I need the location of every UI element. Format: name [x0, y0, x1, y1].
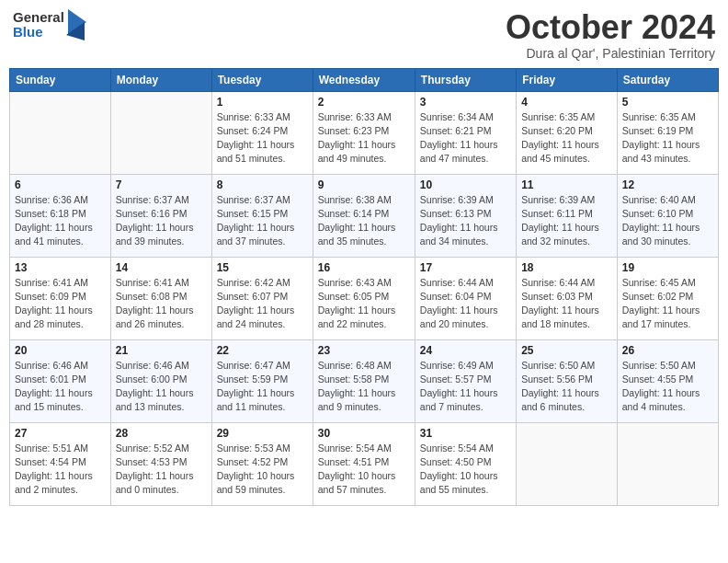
day-info: Sunrise: 6:44 AM Sunset: 6:03 PM Dayligh… — [521, 276, 612, 332]
day-info: Sunrise: 6:33 AM Sunset: 6:23 PM Dayligh… — [318, 110, 410, 167]
calendar-day-cell: 2Sunrise: 6:33 AM Sunset: 6:23 PM Daylig… — [313, 91, 415, 174]
day-info: Sunrise: 6:34 AM Sunset: 6:21 PM Dayligh… — [420, 110, 511, 167]
weekday-header-tuesday: Tuesday — [211, 68, 313, 91]
calendar-day-cell: 24Sunrise: 6:49 AM Sunset: 5:57 PM Dayli… — [415, 339, 516, 422]
day-info: Sunrise: 6:47 AM Sunset: 5:59 PM Dayligh… — [217, 359, 308, 415]
calendar-day-cell: 30Sunrise: 5:54 AM Sunset: 4:51 PM Dayli… — [313, 422, 415, 505]
calendar-day-cell: 6Sunrise: 6:36 AM Sunset: 6:18 PM Daylig… — [10, 174, 111, 257]
page-header: General Blue October 2024 Dura al Qar', … — [9, 9, 719, 61]
day-number: 23 — [318, 344, 410, 357]
day-info: Sunrise: 6:40 AM Sunset: 6:10 PM Dayligh… — [622, 193, 713, 249]
day-number: 19 — [622, 261, 713, 274]
day-info: Sunrise: 6:37 AM Sunset: 6:16 PM Dayligh… — [116, 193, 207, 249]
calendar-day-cell: 12Sunrise: 6:40 AM Sunset: 6:10 PM Dayli… — [617, 174, 718, 257]
logo-icon — [66, 9, 86, 40]
calendar-day-cell: 11Sunrise: 6:39 AM Sunset: 6:11 PM Dayli… — [517, 174, 618, 257]
day-number: 26 — [622, 344, 713, 357]
calendar-day-cell: 3Sunrise: 6:34 AM Sunset: 6:21 PM Daylig… — [415, 91, 516, 174]
weekday-header-monday: Monday — [110, 68, 211, 91]
calendar-day-cell: 4Sunrise: 6:35 AM Sunset: 6:20 PM Daylig… — [517, 91, 618, 174]
calendar-day-cell: 31Sunrise: 5:54 AM Sunset: 4:50 PM Dayli… — [415, 422, 516, 505]
weekday-header-saturday: Saturday — [617, 68, 718, 91]
day-number: 13 — [15, 261, 106, 274]
day-number: 18 — [521, 261, 612, 274]
calendar-week-row: 1Sunrise: 6:33 AM Sunset: 6:24 PM Daylig… — [10, 91, 719, 174]
day-info: Sunrise: 6:41 AM Sunset: 6:08 PM Dayligh… — [116, 276, 207, 332]
location-title: Dura al Qar', Palestinian Territory — [506, 46, 715, 61]
weekday-header-row: SundayMondayTuesdayWednesdayThursdayFrid… — [10, 68, 719, 91]
calendar-day-cell: 13Sunrise: 6:41 AM Sunset: 6:09 PM Dayli… — [10, 257, 111, 339]
day-number: 30 — [318, 427, 410, 440]
day-number: 22 — [217, 344, 308, 357]
day-number: 24 — [420, 344, 511, 357]
day-number: 17 — [420, 261, 511, 274]
day-info: Sunrise: 6:46 AM Sunset: 6:00 PM Dayligh… — [116, 359, 207, 415]
calendar-day-cell: 16Sunrise: 6:43 AM Sunset: 6:05 PM Dayli… — [313, 257, 415, 339]
day-info: Sunrise: 6:35 AM Sunset: 6:19 PM Dayligh… — [622, 110, 713, 167]
calendar-week-row: 6Sunrise: 6:36 AM Sunset: 6:18 PM Daylig… — [10, 174, 719, 257]
calendar-day-cell: 25Sunrise: 6:50 AM Sunset: 5:56 PM Dayli… — [517, 339, 618, 422]
title-block: October 2024 Dura al Qar', Palestinian T… — [506, 9, 715, 61]
logo: General Blue — [13, 9, 86, 40]
day-info: Sunrise: 6:33 AM Sunset: 6:24 PM Dayligh… — [217, 110, 308, 167]
day-info: Sunrise: 6:50 AM Sunset: 5:56 PM Dayligh… — [521, 359, 612, 415]
day-number: 16 — [318, 261, 410, 274]
calendar-day-cell: 1Sunrise: 6:33 AM Sunset: 6:24 PM Daylig… — [211, 91, 313, 174]
day-number: 31 — [420, 427, 511, 440]
day-info: Sunrise: 6:42 AM Sunset: 6:07 PM Dayligh… — [217, 276, 308, 332]
calendar-day-cell: 28Sunrise: 5:52 AM Sunset: 4:53 PM Dayli… — [110, 422, 211, 505]
logo-general: General — [13, 10, 64, 26]
calendar-day-cell: 26Sunrise: 5:50 AM Sunset: 4:55 PM Dayli… — [617, 339, 718, 422]
calendar-day-cell: 10Sunrise: 6:39 AM Sunset: 6:13 PM Dayli… — [415, 174, 516, 257]
weekday-header-thursday: Thursday — [415, 68, 516, 91]
day-info: Sunrise: 5:52 AM Sunset: 4:53 PM Dayligh… — [116, 442, 207, 498]
day-number: 28 — [116, 427, 207, 440]
day-number: 21 — [116, 344, 207, 357]
day-info: Sunrise: 6:41 AM Sunset: 6:09 PM Dayligh… — [15, 276, 106, 332]
calendar-day-cell: 15Sunrise: 6:42 AM Sunset: 6:07 PM Dayli… — [211, 257, 313, 339]
calendar-table: SundayMondayTuesdayWednesdayThursdayFrid… — [9, 68, 719, 506]
day-info: Sunrise: 6:39 AM Sunset: 6:11 PM Dayligh… — [521, 193, 612, 249]
calendar-day-cell: 18Sunrise: 6:44 AM Sunset: 6:03 PM Dayli… — [517, 257, 618, 339]
logo-blue: Blue — [13, 25, 64, 40]
month-title: October 2024 — [506, 9, 715, 46]
day-info: Sunrise: 5:50 AM Sunset: 4:55 PM Dayligh… — [622, 359, 713, 415]
weekday-header-sunday: Sunday — [10, 68, 111, 91]
day-info: Sunrise: 5:54 AM Sunset: 4:51 PM Dayligh… — [318, 442, 410, 498]
day-number: 10 — [420, 178, 511, 191]
calendar-day-cell — [517, 422, 618, 505]
calendar-day-cell — [10, 91, 111, 174]
calendar-day-cell: 8Sunrise: 6:37 AM Sunset: 6:15 PM Daylig… — [211, 174, 313, 257]
day-info: Sunrise: 6:35 AM Sunset: 6:20 PM Dayligh… — [521, 110, 612, 167]
calendar-day-cell: 22Sunrise: 6:47 AM Sunset: 5:59 PM Dayli… — [211, 339, 313, 422]
calendar-day-cell — [617, 422, 718, 505]
calendar-day-cell: 5Sunrise: 6:35 AM Sunset: 6:19 PM Daylig… — [617, 91, 718, 174]
day-number: 6 — [15, 178, 106, 191]
day-number: 11 — [521, 178, 612, 191]
day-number: 2 — [318, 96, 410, 109]
day-number: 4 — [521, 96, 612, 109]
calendar-day-cell — [110, 91, 211, 174]
day-number: 14 — [116, 261, 207, 274]
day-number: 1 — [217, 96, 308, 109]
day-number: 25 — [521, 344, 612, 357]
calendar-day-cell: 20Sunrise: 6:46 AM Sunset: 6:01 PM Dayli… — [10, 339, 111, 422]
weekday-header-wednesday: Wednesday — [313, 68, 415, 91]
calendar-day-cell: 29Sunrise: 5:53 AM Sunset: 4:52 PM Dayli… — [211, 422, 313, 505]
day-number: 5 — [622, 96, 713, 109]
day-number: 12 — [622, 178, 713, 191]
calendar-week-row: 27Sunrise: 5:51 AM Sunset: 4:54 PM Dayli… — [10, 422, 719, 505]
day-number: 15 — [217, 261, 308, 274]
day-number: 20 — [15, 344, 106, 357]
day-info: Sunrise: 5:53 AM Sunset: 4:52 PM Dayligh… — [217, 442, 308, 498]
calendar-day-cell: 7Sunrise: 6:37 AM Sunset: 6:16 PM Daylig… — [110, 174, 211, 257]
day-number: 9 — [318, 178, 410, 191]
day-number: 8 — [217, 178, 308, 191]
calendar-day-cell: 19Sunrise: 6:45 AM Sunset: 6:02 PM Dayli… — [617, 257, 718, 339]
day-info: Sunrise: 6:38 AM Sunset: 6:14 PM Dayligh… — [318, 193, 410, 249]
day-info: Sunrise: 5:54 AM Sunset: 4:50 PM Dayligh… — [420, 442, 511, 498]
calendar-day-cell: 21Sunrise: 6:46 AM Sunset: 6:00 PM Dayli… — [110, 339, 211, 422]
day-info: Sunrise: 5:51 AM Sunset: 4:54 PM Dayligh… — [15, 442, 106, 498]
calendar-day-cell: 17Sunrise: 6:44 AM Sunset: 6:04 PM Dayli… — [415, 257, 516, 339]
calendar-day-cell: 23Sunrise: 6:48 AM Sunset: 5:58 PM Dayli… — [313, 339, 415, 422]
